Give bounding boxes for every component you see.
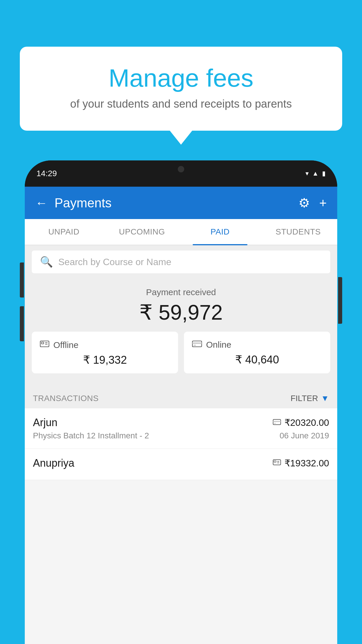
power-button — [338, 277, 342, 324]
bubble-subtitle: of your students and send receipts to pa… — [34, 98, 328, 110]
payment-total-amount: ₹ 59,972 — [25, 300, 337, 325]
transaction-row[interactable]: Anupriya ₹19332.00 — [25, 449, 337, 480]
svg-rect-6 — [194, 345, 196, 346]
tab-unpaid[interactable]: UNPAID — [25, 219, 103, 245]
offline-icon — [40, 340, 49, 350]
filter-button[interactable]: FILTER ▼ — [291, 394, 329, 403]
app-header: ← Payments ⚙ + — [25, 187, 337, 219]
wifi-icon: ▾ — [305, 170, 309, 177]
transaction-top: Anupriya ₹19332.00 — [33, 457, 329, 469]
payment-summary: Payment received ₹ 59,972 — [25, 279, 337, 387]
transactions-header: TRANSACTIONS FILTER ▼ — [25, 387, 337, 408]
svg-rect-9 — [274, 423, 276, 424]
add-icon[interactable]: + — [319, 196, 327, 210]
camera — [178, 166, 184, 172]
header-right: ⚙ + — [298, 195, 327, 210]
volume-down-button — [20, 306, 24, 341]
transaction-amount-row: ₹19332.00 — [273, 458, 329, 469]
settings-icon[interactable]: ⚙ — [298, 195, 310, 210]
transaction-amount: ₹19332.00 — [284, 458, 329, 469]
speech-bubble: Manage fees of your students and send re… — [20, 47, 342, 131]
transaction-date: 06 June 2019 — [280, 431, 329, 440]
svg-rect-1 — [41, 342, 44, 344]
app-screen: ← Payments ⚙ + UNPAID UPCOMING PAID STUD… — [25, 187, 337, 644]
tab-paid[interactable]: PAID — [181, 219, 259, 245]
header-title: Payments — [55, 196, 112, 210]
phone-frame: 14:29 ▾ ▲ ▮ ← Payments ⚙ + UNPAID UPCOMI… — [25, 160, 337, 644]
online-card-header: Online — [192, 340, 322, 350]
offline-label: Offline — [53, 340, 78, 350]
transaction-amount: ₹20320.00 — [284, 417, 329, 428]
payment-cards: Offline ₹ 19,332 — [25, 332, 337, 380]
online-card: Online ₹ 40,640 — [184, 332, 330, 373]
tabs-bar: UNPAID UPCOMING PAID STUDENTS — [25, 219, 337, 245]
transactions-label: TRANSACTIONS — [33, 394, 99, 403]
bubble-title: Manage fees — [34, 64, 328, 92]
status-icons: ▾ ▲ ▮ — [305, 170, 326, 177]
filter-icon: ▼ — [321, 394, 329, 403]
header-left: ← Payments — [35, 196, 112, 210]
volume-up-button — [20, 262, 24, 298]
filter-label: FILTER — [291, 394, 318, 403]
back-button[interactable]: ← — [35, 196, 48, 210]
tab-upcoming[interactable]: UPCOMING — [103, 219, 181, 245]
search-container: 🔍 Search by Course or Name — [25, 245, 337, 279]
transaction-name: Anupriya — [33, 457, 74, 469]
notch — [155, 160, 207, 178]
offline-payment-icon — [273, 459, 281, 468]
online-payment-icon — [273, 418, 281, 427]
battery-icon: ▮ — [322, 170, 326, 177]
offline-amount: ₹ 19,332 — [40, 354, 170, 366]
transaction-top: Arjun ₹20320.00 — [33, 416, 329, 429]
payment-received-label: Payment received — [25, 287, 337, 297]
status-bar: 14:29 ▾ ▲ ▮ — [25, 160, 337, 187]
svg-rect-5 — [192, 342, 202, 344]
transaction-name: Arjun — [33, 416, 57, 429]
status-time: 14:29 — [36, 169, 57, 178]
credit-card-icon — [192, 340, 202, 350]
search-bar[interactable]: 🔍 Search by Course or Name — [32, 251, 330, 273]
transaction-row[interactable]: Arjun ₹20320.00 Physics Batch 12 Install… — [25, 408, 337, 449]
tab-students[interactable]: STUDENTS — [259, 219, 337, 245]
transaction-desc: Physics Batch 12 Installment - 2 — [33, 431, 149, 440]
online-label: Online — [206, 340, 231, 350]
search-icon: 🔍 — [40, 256, 53, 268]
online-amount: ₹ 40,640 — [192, 353, 322, 366]
svg-rect-8 — [273, 421, 281, 422]
search-input[interactable]: Search by Course or Name — [58, 257, 171, 267]
transaction-amount-row: ₹20320.00 — [273, 417, 329, 428]
offline-card: Offline ₹ 19,332 — [32, 332, 178, 373]
offline-card-header: Offline — [40, 340, 170, 350]
signal-icon: ▲ — [312, 170, 319, 177]
transaction-bottom: Physics Batch 12 Installment - 2 06 June… — [33, 431, 329, 440]
svg-rect-11 — [274, 461, 276, 462]
